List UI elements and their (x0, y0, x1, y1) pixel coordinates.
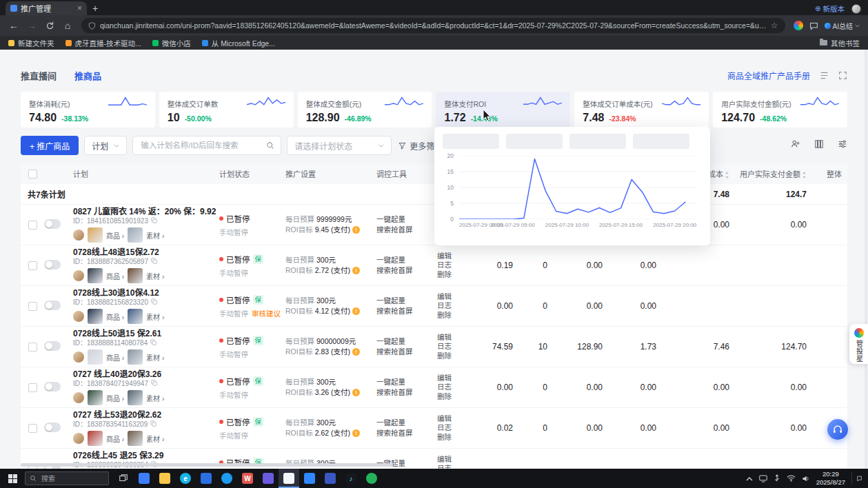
bookmark-item[interactable]: 虎牙直播-技术驱动... (65, 38, 141, 48)
row-checkbox[interactable] (28, 343, 37, 352)
material-link[interactable]: 素材 › (146, 352, 164, 363)
notification-center-icon[interactable] (851, 472, 862, 485)
app-violet-button[interactable] (258, 469, 279, 488)
plan-toggle[interactable] (44, 423, 61, 432)
edit-link[interactable]: 编辑 (437, 292, 469, 302)
log-link[interactable]: 日志 (437, 342, 469, 352)
task-view-button[interactable] (113, 469, 134, 488)
header-user-pay[interactable]: 用户实际支付金额 (735, 168, 812, 179)
sort-icon[interactable] (725, 172, 729, 179)
search-top-screen-link[interactable]: 搜索抢首屏 (376, 428, 437, 438)
plan-toggle[interactable] (44, 301, 61, 310)
url-bar[interactable]: qianchuan.jinritemai.com/uni-prom?aavid=… (81, 18, 785, 33)
browser-tab[interactable]: 推广管理 × (6, 1, 87, 15)
plan-title[interactable]: 0727 线上53退20保2.62 (73, 410, 219, 420)
material-thumb[interactable] (128, 227, 143, 243)
share-plans-icon[interactable] (791, 139, 800, 152)
help-button[interactable] (827, 419, 848, 440)
one-key-boost-link[interactable]: 一键起量 (376, 418, 437, 428)
one-key-boost-link[interactable]: 一键起量 (376, 255, 437, 265)
one-key-boost-link[interactable]: 一键起量 (376, 336, 437, 347)
copy-icon[interactable] (151, 217, 157, 225)
wps-button[interactable]: W (237, 469, 258, 488)
chat-app-button[interactable] (279, 469, 299, 488)
edit-link[interactable]: 编辑 (437, 333, 469, 343)
material-thumb[interactable] (128, 309, 143, 324)
edit-link[interactable]: 编辑 (437, 374, 469, 383)
plan-status-select[interactable]: 请选择计划状态 (287, 136, 392, 155)
info-icon[interactable]: ! (352, 429, 360, 437)
log-link[interactable]: 日志 (437, 301, 469, 311)
new-tab-button[interactable]: + (87, 3, 103, 15)
add-promotion-button[interactable]: + 推广商品 (21, 136, 79, 155)
plan-avatar[interactable] (73, 433, 84, 444)
material-link[interactable]: 素材 › (146, 312, 164, 322)
guantouxing-widget[interactable]: 管投星 (849, 324, 868, 364)
plan-toggle[interactable] (44, 382, 61, 392)
plan-search-box[interactable] (132, 136, 281, 155)
one-key-boost-link[interactable]: 一键起量 (376, 377, 437, 387)
extension-icon[interactable] (794, 21, 803, 30)
plan-title[interactable]: 0727 线上40退20保3.26 (73, 369, 219, 379)
taskbar-search-box[interactable] (25, 471, 109, 485)
material-link[interactable]: 素材 › (146, 271, 164, 281)
plan-title[interactable]: 0728线上30退10保4.12 (73, 288, 219, 298)
new-version-button[interactable]: ⊕ 新版本 (815, 3, 845, 14)
search-top-screen-link[interactable]: 搜索抢首屏 (376, 347, 437, 357)
bookmark-item[interactable]: 微信小店 (152, 38, 191, 48)
edit-link[interactable]: 编辑 (437, 414, 469, 424)
vertical-scrollbar[interactable] (865, 50, 867, 469)
product-thumb[interactable] (88, 349, 103, 365)
search-top-screen-link[interactable]: 搜索抢首屏 (376, 387, 437, 398)
taskbar-clock[interactable]: 20:29 2025/8/27 (816, 470, 845, 487)
one-key-boost-link[interactable]: 一键起量 (376, 296, 437, 306)
delete-link[interactable]: 删除 (437, 311, 469, 321)
audit-suggestion-link[interactable]: 审核建议 (252, 308, 281, 318)
plan-title[interactable]: 0827 儿童雨衣 14% 返：20% 保：9.92 (73, 207, 219, 216)
bookmark-star-icon[interactable]: ☆ (771, 21, 778, 30)
product-thumb[interactable] (88, 309, 103, 324)
plan-filter-select[interactable]: 计划 (84, 136, 127, 155)
product-link[interactable]: 商品 › (106, 312, 124, 322)
product-thumb[interactable] (88, 431, 103, 446)
plan-toggle[interactable] (44, 341, 61, 351)
plan-toggle[interactable] (44, 260, 61, 270)
browser-profile-avatar[interactable] (851, 4, 861, 14)
guide-icon[interactable] (820, 71, 829, 80)
info-icon[interactable]: ! (352, 389, 360, 396)
volume-icon[interactable] (802, 475, 810, 482)
manual-link[interactable]: 商品全域推广产品手册 (727, 70, 810, 81)
log-link[interactable]: 日志 (437, 261, 469, 270)
material-link[interactable]: 素材 › (146, 434, 164, 444)
table-settings-icon[interactable] (838, 139, 847, 152)
product-link[interactable]: 商品 › (106, 271, 124, 281)
product-thumb[interactable] (88, 268, 103, 283)
row-checkbox[interactable] (28, 424, 37, 433)
plan-avatar[interactable] (73, 230, 84, 241)
refresh-button[interactable] (41, 17, 58, 34)
plan-title[interactable]: 0726线上45 退25 保3.29 (73, 451, 219, 460)
search-top-screen-link[interactable]: 搜索抢首屏 (376, 306, 437, 316)
plan-avatar[interactable] (73, 311, 84, 322)
sidebar-chat-icon[interactable] (809, 21, 818, 30)
product-link[interactable]: 商品 › (106, 434, 124, 444)
select-all-checkbox[interactable] (28, 170, 37, 179)
edge-browser-button[interactable]: e (175, 469, 196, 488)
product-link[interactable]: 商品 › (106, 352, 124, 363)
material-thumb[interactable] (128, 431, 143, 446)
plan-toggle[interactable] (44, 219, 61, 229)
site-info-icon[interactable] (88, 22, 96, 30)
stat-card-6[interactable]: 用户实际支付金额(元)124.70-48.62% (713, 92, 847, 128)
product-thumb[interactable] (88, 390, 103, 405)
bookmark-item[interactable]: 从 Microsoft Edge... (202, 38, 275, 48)
app-azure-button[interactable] (299, 469, 320, 488)
bookmark-item[interactable]: 新建文件夹 (8, 38, 54, 48)
sort-icon[interactable] (802, 172, 807, 179)
app-blue-circle-button[interactable] (216, 469, 237, 488)
widgets-app-button[interactable] (134, 469, 154, 488)
row-checkbox[interactable] (28, 221, 37, 230)
info-icon[interactable]: ! (352, 267, 360, 274)
material-thumb[interactable] (128, 390, 143, 405)
other-bookmarks-button[interactable]: 其他书签 (820, 38, 860, 48)
home-button[interactable]: ⌂ (59, 17, 76, 34)
